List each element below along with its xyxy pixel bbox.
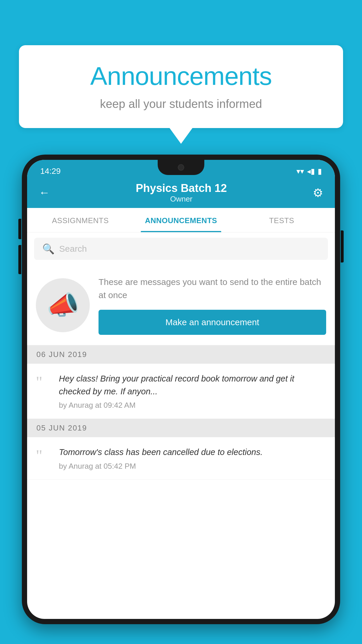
megaphone-circle: 📣 bbox=[36, 278, 90, 332]
megaphone-icon: 📣 bbox=[47, 290, 79, 321]
back-button[interactable]: ← bbox=[39, 186, 50, 199]
phone-camera bbox=[178, 164, 184, 171]
volume-down-button[interactable] bbox=[18, 245, 21, 274]
tabs-bar: ASSIGNMENTS ANNOUNCEMENTS TESTS bbox=[27, 208, 335, 232]
speech-bubble-tail bbox=[169, 128, 193, 144]
volume-up-button[interactable] bbox=[18, 219, 21, 239]
phone-notch bbox=[158, 160, 204, 175]
announcement-content-2: Tomorrow's class has been cancelled due … bbox=[59, 446, 326, 471]
quote-icon-1: " bbox=[36, 374, 52, 390]
announcement-description: These are messages you want to send to t… bbox=[99, 275, 326, 302]
announcement-item-2[interactable]: " Tomorrow's class has been cancelled du… bbox=[27, 437, 335, 480]
announcement-content-1: Hey class! Bring your practical record b… bbox=[59, 372, 326, 410]
search-container: 🔍 Search bbox=[27, 232, 335, 265]
speech-bubble-title: Announcements bbox=[36, 61, 326, 91]
speech-bubble: Announcements keep all your students inf… bbox=[19, 45, 343, 128]
search-placeholder: Search bbox=[59, 244, 87, 254]
search-bar[interactable]: 🔍 Search bbox=[34, 238, 328, 260]
announcement-right: These are messages you want to send to t… bbox=[99, 275, 326, 335]
phone-mockup: 14:29 ▾▾ ◂▮ ▮ ← Physics Batch 12 Owner ⚙… bbox=[22, 155, 340, 644]
announcement-text-1: Hey class! Bring your practical record b… bbox=[59, 372, 326, 398]
settings-icon[interactable]: ⚙ bbox=[313, 186, 323, 200]
quote-icon-2: " bbox=[36, 447, 52, 463]
tab-announcements[interactable]: ANNOUNCEMENTS bbox=[131, 208, 231, 232]
announcement-intro: 📣 These are messages you want to send to… bbox=[27, 265, 335, 345]
power-button[interactable] bbox=[341, 230, 344, 262]
phone-outer: 14:29 ▾▾ ◂▮ ▮ ← Physics Batch 12 Owner ⚙… bbox=[22, 155, 340, 624]
tab-tests[interactable]: TESTS bbox=[231, 208, 332, 232]
speech-bubble-subtitle: keep all your students informed bbox=[36, 97, 326, 111]
app-header: ← Physics Batch 12 Owner ⚙ bbox=[27, 177, 335, 208]
header-title: Physics Batch 12 bbox=[50, 182, 313, 195]
tab-assignments[interactable]: ASSIGNMENTS bbox=[30, 208, 131, 232]
phone-screen: 14:29 ▾▾ ◂▮ ▮ ← Physics Batch 12 Owner ⚙… bbox=[27, 160, 335, 619]
make-announcement-button[interactable]: Make an announcement bbox=[99, 310, 326, 335]
date-divider-2: 05 JUN 2019 bbox=[27, 419, 335, 437]
announcement-meta-2: by Anurag at 05:42 PM bbox=[59, 462, 326, 471]
header-center: Physics Batch 12 Owner bbox=[50, 182, 313, 204]
header-subtitle: Owner bbox=[50, 195, 313, 204]
speech-bubble-section: Announcements keep all your students inf… bbox=[19, 45, 343, 144]
status-icons: ▾▾ ◂▮ ▮ bbox=[296, 167, 322, 176]
announcement-meta-1: by Anurag at 09:42 AM bbox=[59, 401, 326, 410]
date-divider-1: 06 JUN 2019 bbox=[27, 345, 335, 364]
wifi-icon: ▾▾ bbox=[296, 167, 304, 176]
announcement-item-1[interactable]: " Hey class! Bring your practical record… bbox=[27, 364, 335, 419]
announcement-text-2: Tomorrow's class has been cancelled due … bbox=[59, 446, 326, 459]
battery-icon: ▮ bbox=[318, 167, 322, 176]
signal-icon: ◂▮ bbox=[307, 167, 315, 176]
status-time: 14:29 bbox=[40, 167, 61, 176]
search-icon: 🔍 bbox=[42, 243, 55, 255]
